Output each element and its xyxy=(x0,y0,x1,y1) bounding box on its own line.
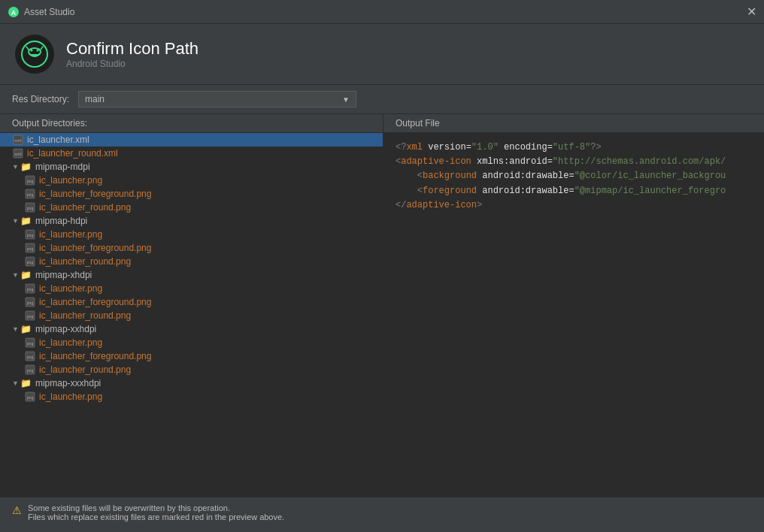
content-area: Res Directory: main ▼ Output Directories… xyxy=(0,85,764,532)
svg-text:png: png xyxy=(27,192,34,197)
svg-text:xml: xml xyxy=(14,152,21,156)
svg-text:png: png xyxy=(27,368,34,373)
tree-item[interactable]: xml ic_launcher.xml xyxy=(0,133,383,147)
tree-item-label: ic_launcher.xml xyxy=(27,135,89,145)
svg-point-4 xyxy=(31,50,33,52)
png-file-icon: png xyxy=(24,283,36,294)
tree-item-label: mipmap-xxhdpi xyxy=(35,324,96,334)
tree-item-label: mipmap-xxxhdpi xyxy=(35,378,101,388)
svg-text:png: png xyxy=(27,260,34,264)
svg-text:png: png xyxy=(27,355,34,359)
left-panel: xml ic_launcher.xml xml ic_launcher_roun… xyxy=(0,133,384,497)
file-tree[interactable]: xml ic_launcher.xml xml ic_launcher_roun… xyxy=(0,133,383,497)
folder-triangle-icon: ▼ xyxy=(12,217,19,225)
tree-item[interactable]: png ic_launcher_round.png xyxy=(0,201,383,214)
svg-text:png: png xyxy=(27,301,34,305)
png-file-icon: png xyxy=(24,229,36,240)
code-line: <?xml version="1.0" encoding="utf-8"?> xyxy=(396,141,752,155)
code-view[interactable]: <?xml version="1.0" encoding="utf-8"?><a… xyxy=(384,133,764,497)
tree-item[interactable]: ▼📁mipmap-hdpi xyxy=(0,214,383,228)
tree-item[interactable]: png ic_launcher.png xyxy=(0,174,383,187)
svg-text:png: png xyxy=(27,206,34,210)
code-line: </adaptive-icon> xyxy=(396,198,752,213)
png-file-icon: png xyxy=(24,256,36,267)
svg-text:png: png xyxy=(27,395,34,400)
folder-icon: 📁 xyxy=(20,162,32,172)
tree-item-label: ic_launcher_foreground.png xyxy=(39,297,151,307)
tree-item-label: ic_launcher_foreground.png xyxy=(39,189,151,199)
tree-item-label: ic_launcher_foreground.png xyxy=(39,243,151,253)
tree-item-label: ic_launcher_round.xml xyxy=(27,148,118,159)
warning-area: ⚠ Some existing files will be overwritte… xyxy=(0,497,764,532)
tree-item-label: ic_launcher_round.png xyxy=(39,256,131,267)
svg-text:png: png xyxy=(27,314,34,319)
tree-item[interactable]: png ic_launcher_round.png xyxy=(0,363,383,376)
tree-item[interactable]: png ic_launcher_foreground.png xyxy=(0,241,383,255)
header-text-block: Confirm Icon Path Android Studio xyxy=(66,39,199,69)
folder-triangle-icon: ▼ xyxy=(12,379,19,387)
code-line: <foreground android:drawable="@mipmap/ic… xyxy=(396,184,752,198)
res-directory-select[interactable]: main ▼ xyxy=(78,91,356,107)
output-file-label: Output File xyxy=(384,114,764,132)
png-file-icon: png xyxy=(24,202,36,213)
png-file-icon: png xyxy=(24,337,36,348)
panels-container: xml ic_launcher.xml xml ic_launcher_roun… xyxy=(0,133,764,497)
tree-item-label: ic_launcher.png xyxy=(39,229,102,240)
tree-item[interactable]: xml ic_launcher_round.xml xyxy=(0,147,383,160)
close-button[interactable]: ✕ xyxy=(747,6,756,18)
tree-item[interactable]: png ic_launcher_round.png xyxy=(0,255,383,268)
folder-icon: 📁 xyxy=(20,270,32,280)
xml-file-icon: xml xyxy=(12,148,24,159)
tree-item[interactable]: png ic_launcher_foreground.png xyxy=(0,349,383,363)
tree-item[interactable]: ▼📁mipmap-xxxhdpi xyxy=(0,376,383,390)
output-directories-label: Output Directories: xyxy=(0,114,384,132)
right-panel: <?xml version="1.0" encoding="utf-8"?><a… xyxy=(384,133,764,497)
tree-item[interactable]: png ic_launcher_foreground.png xyxy=(0,295,383,309)
tree-item-label: ic_launcher.png xyxy=(39,391,102,402)
tree-item[interactable]: png ic_launcher.png xyxy=(0,390,383,404)
png-file-icon: png xyxy=(24,310,36,321)
code-line: <adaptive-icon xmlns:android="http://sch… xyxy=(396,155,752,169)
folder-icon: 📁 xyxy=(20,378,32,388)
tree-item[interactable]: ▼📁mipmap-xxhdpi xyxy=(0,322,383,336)
svg-text:png: png xyxy=(27,246,34,251)
svg-text:xml: xml xyxy=(14,138,21,143)
warning-icon: ⚠ xyxy=(12,504,22,516)
png-file-icon: png xyxy=(24,175,36,186)
tree-item-label: ic_launcher.png xyxy=(39,175,102,186)
tree-item-label: mipmap-xhdpi xyxy=(35,270,92,280)
res-directory-label: Res Directory: xyxy=(12,94,69,104)
tree-item[interactable]: png ic_launcher.png xyxy=(0,228,383,241)
tree-item[interactable]: png ic_launcher.png xyxy=(0,282,383,295)
tree-item[interactable]: png ic_launcher_round.png xyxy=(0,309,383,322)
svg-text:png: png xyxy=(27,341,34,346)
png-file-icon: png xyxy=(24,297,36,307)
app-logo xyxy=(15,35,54,74)
png-file-icon: png xyxy=(24,351,36,361)
tree-item-label: ic_launcher.png xyxy=(39,283,102,294)
tree-item[interactable]: ▼📁mipmap-mdpi xyxy=(0,160,383,174)
app-icon: A xyxy=(8,6,20,18)
svg-text:png: png xyxy=(27,233,34,237)
svg-text:png: png xyxy=(27,287,34,292)
tree-item-label: ic_launcher_round.png xyxy=(39,364,131,375)
tree-item[interactable]: ▼📁mipmap-xhdpi xyxy=(0,268,383,282)
png-file-icon: png xyxy=(24,243,36,253)
tree-item[interactable]: png ic_launcher_foreground.png xyxy=(0,187,383,201)
title-bar-text: Asset Studio xyxy=(24,7,74,17)
folder-icon: 📁 xyxy=(20,216,32,226)
tree-item-label: mipmap-hdpi xyxy=(35,216,87,226)
tree-item-label: ic_launcher_foreground.png xyxy=(39,351,151,361)
warning-text: Some existing files will be overwritten … xyxy=(28,503,284,521)
tree-item-label: ic_launcher_round.png xyxy=(39,310,131,321)
folder-triangle-icon: ▼ xyxy=(12,163,19,171)
folder-triangle-icon: ▼ xyxy=(12,271,19,279)
res-directory-row: Res Directory: main ▼ xyxy=(0,85,764,114)
svg-point-5 xyxy=(37,50,39,52)
dropdown-arrow-icon: ▼ xyxy=(342,95,350,104)
tree-item[interactable]: png ic_launcher.png xyxy=(0,336,383,349)
folder-triangle-icon: ▼ xyxy=(12,325,19,333)
png-file-icon: png xyxy=(24,391,36,402)
panels-header: Output Directories: Output File xyxy=(0,114,764,133)
warning-line-1: Some existing files will be overwritten … xyxy=(28,503,284,512)
